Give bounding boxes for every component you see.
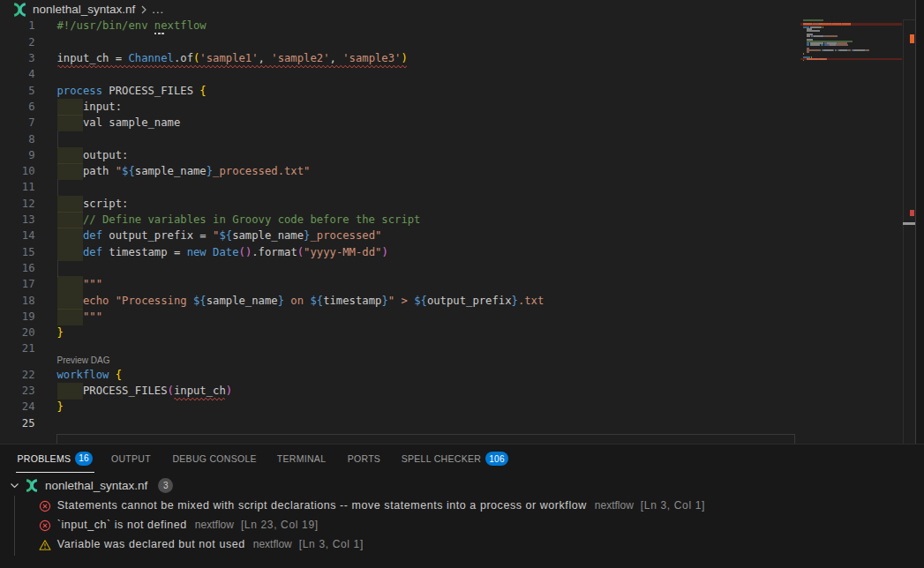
breadcrumb[interactable]: nonlethal_syntax.nf ... <box>0 0 915 19</box>
problems-file-name: nonlethal_syntax.nf <box>45 479 147 492</box>
panel-tab-label: TERMINAL <box>277 453 327 464</box>
breadcrumb-more[interactable]: ... <box>152 3 164 16</box>
overview-ruler-marker-error <box>910 210 914 217</box>
panel-tab-output[interactable]: OUTPUT <box>109 445 153 473</box>
panel-tab-ports[interactable]: PORTS <box>346 445 382 473</box>
vscode-window: { "colors": { "fg": "#cccccc", "kw": "#5… <box>0 0 924 568</box>
line-number-22: 22 <box>0 367 35 384</box>
bottom-panel: PROBLEMS16OUTPUTDEBUG CONSOLETERMINALPOR… <box>0 444 924 568</box>
minimap-error-text <box>807 58 827 61</box>
indent-guide <box>57 260 58 277</box>
error-icon <box>39 500 51 516</box>
line-number-24: 24 <box>0 399 35 415</box>
minimap[interactable] <box>797 19 903 444</box>
minimap-line <box>821 44 823 46</box>
code-line-18: echo "Processing ${sample_name} on ${tim… <box>57 293 545 310</box>
panel-tab-label: PROBLEMS <box>18 453 71 464</box>
code-line-13: // Define variables in Groovy code befor… <box>57 212 421 228</box>
line-number-7: 7 <box>0 115 35 131</box>
line-number-18: 18 <box>0 293 35 310</box>
error-squiggle <box>174 396 226 400</box>
minimap-line <box>803 19 823 21</box>
code-line-7: val sample_name <box>57 115 181 131</box>
problem-row-2[interactable]: `input_ch` is not definednextflow[Ln 23,… <box>0 515 924 534</box>
line-number-13: 13 <box>0 212 35 228</box>
code-line-19: """ <box>57 309 103 325</box>
line-number-5: 5 <box>0 83 35 100</box>
minimap-line <box>833 49 834 51</box>
minimap-line <box>814 35 823 37</box>
minimap-line <box>823 49 833 51</box>
breadcrumb-file[interactable]: nonlethal_syntax.nf <box>33 3 135 16</box>
problem-message: Statements cannot be mixed with script d… <box>57 499 587 512</box>
minimap-border <box>903 19 904 444</box>
line-number-19: 19 <box>0 309 35 325</box>
line-number-11: 11 <box>0 179 35 196</box>
code-line-5: process PROCESS_FILES { <box>57 83 207 100</box>
minimap-line <box>839 49 847 51</box>
problem-position: [Ln 3, Col 1] <box>299 538 364 550</box>
panel-tab-label: PORTS <box>348 453 380 464</box>
chevron-down-icon[interactable] <box>10 481 19 490</box>
panel-tab-spell-checker[interactable]: SPELL CHECKER106 <box>400 445 510 473</box>
problem-source: nextflow <box>595 499 634 512</box>
line-number-4: 4 <box>0 66 35 83</box>
line-number-25: 25 <box>0 415 35 432</box>
line-number-3: 3 <box>0 50 35 67</box>
line-number-15: 15 <box>0 244 35 261</box>
minimap-line <box>848 49 851 51</box>
panel-tab-terminal[interactable]: TERMINAL <box>275 445 328 473</box>
problem-row-1[interactable]: Statements cannot be mixed with script d… <box>0 496 924 515</box>
nextflow-file-icon <box>11 3 28 17</box>
indent-guide <box>57 131 58 148</box>
error-icon <box>39 519 51 535</box>
line-number-16: 16 <box>0 260 35 277</box>
minimap-line <box>835 49 837 51</box>
minimap-line <box>803 60 804 62</box>
problem-source: nextflow <box>253 538 292 550</box>
minimap-line <box>803 53 804 55</box>
minimap-line <box>807 35 810 37</box>
problems-file-row[interactable]: nonlethal_syntax.nf 3 <box>0 475 924 495</box>
nextflow-file-icon <box>24 479 40 492</box>
overview-ruler-marker-error-warning <box>910 34 914 43</box>
minimap-line <box>807 51 809 53</box>
problem-position: [Ln 3, Col 1] <box>641 499 705 512</box>
line-number-1: 1 <box>0 19 35 34</box>
line-number-6: 6 <box>0 99 35 116</box>
spell-hint-dot <box>158 33 161 35</box>
right-edge-background <box>916 0 924 444</box>
panel-tab-label: DEBUG CONSOLE <box>172 453 257 464</box>
line-number-12: 12 <box>0 196 35 213</box>
panel-tab-badge: 16 <box>75 452 93 466</box>
line-number-9: 9 <box>0 147 35 164</box>
current-line-highlight <box>56 434 795 445</box>
minimap-line <box>830 44 836 46</box>
code-line-15: def timestamp = new Date().format("yyyy-… <box>57 244 388 261</box>
problem-source: nextflow <box>195 519 234 531</box>
line-number-21: 21 <box>0 340 35 357</box>
code-line-20: } <box>57 325 64 341</box>
line-number-14: 14 <box>0 228 35 244</box>
code-line-14: def output_prefix = "${sample_name}_proc… <box>57 228 382 244</box>
minimap-line <box>847 44 848 46</box>
minimap-line <box>853 49 865 51</box>
code-editor[interactable]: 1234567891011121314151617181920212223242… <box>0 19 903 444</box>
panel-tab-label: OUTPUT <box>111 453 151 464</box>
panel-tab-problems[interactable]: PROBLEMS16 <box>16 445 94 473</box>
code-line-17: """ <box>57 276 103 293</box>
minimap-line <box>837 44 847 46</box>
problem-message: `input_ch` is not defined <box>57 519 187 531</box>
codelens-preview-dag[interactable]: Preview DAG <box>57 355 110 365</box>
code-line-12: script: <box>57 196 129 213</box>
panel-tab-debug-console[interactable]: DEBUG CONSOLE <box>170 445 259 473</box>
chevron-right-icon <box>140 4 147 15</box>
problem-row-3[interactable]: Variable was declared but not usednextfl… <box>0 534 924 554</box>
minimap-line <box>807 30 820 32</box>
code-line-22: workflow { <box>57 367 123 384</box>
problems-count-badge: 3 <box>158 478 173 493</box>
minimap-line <box>866 49 869 51</box>
minimap-line <box>823 26 823 28</box>
code-line-10: path "${sample_name}_processed.txt" <box>57 163 311 180</box>
line-number-8: 8 <box>0 131 35 148</box>
